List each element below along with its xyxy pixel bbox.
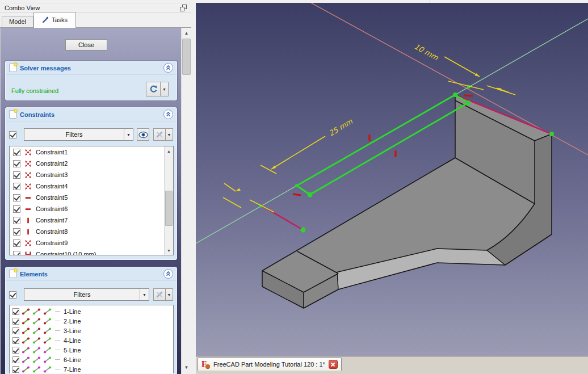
note-icon [9,110,16,119]
constraint-row[interactable]: Constraint1 [10,146,173,158]
constraints-show-checkbox[interactable] [9,131,16,138]
coincident-constraint-icon [24,149,32,156]
document-tab-title: FreeCAD Part Modeling Tutorial 120 : 1* [213,361,325,368]
solver-messages-group: Solver messages Fully constrained ▼ [5,61,177,100]
3d-viewport[interactable]: 10 mm 25 mm F FreeCAD Part Modeling Tuto… [196,0,588,374]
line-startpoint-icon [32,356,41,363]
constraint-row[interactable]: Constraint5 [10,192,173,203]
constraint-row[interactable]: Constraint10 (10 mm) [10,249,173,255]
elements-group: Elements Filters ▼ ▼ 1-Line 2-Line [5,267,177,374]
constraint-row[interactable]: Constraint2 [10,158,173,169]
line-endpoint-icon [43,327,52,334]
refresh-dropdown-button[interactable]: ▼ [161,82,169,96]
constraint-row[interactable]: Constraint8 [10,226,173,237]
element-row[interactable]: 6-Line [10,355,173,364]
close-task-button[interactable]: Close [65,39,107,51]
eye-icon [138,131,148,138]
collapse-chevron-icon[interactable] [163,110,173,119]
constraint-row[interactable]: Constraint7 [10,215,173,226]
line-endpoint-icon [43,356,52,363]
refresh-icon [149,85,158,94]
coincident-constraint-icon [24,171,32,179]
solver-messages-header: Solver messages [6,61,177,75]
line-edge-icon [22,356,30,363]
wrench-icon [156,131,163,138]
collapse-chevron-icon[interactable] [163,269,173,279]
element-settings-dropdown[interactable]: ▼ [166,288,173,301]
scroll-up-icon[interactable]: ▲ [182,28,191,38]
horizontal-constraint-icon [24,194,32,201]
element-row[interactable]: 3-Line [10,326,173,335]
line-edge-icon [22,347,30,354]
float-panel-icon[interactable] [180,5,187,11]
note-icon [9,270,16,278]
scroll-down-icon[interactable]: ▼ [165,246,173,255]
solver-messages-title: Solver messages [20,65,160,72]
constraints-group: Constraints Filters ▼ ▼ [5,107,177,260]
element-row[interactable]: 1-Line [10,306,173,316]
freecad-icon: F [201,360,210,369]
elements-show-checkbox[interactable] [9,291,16,299]
3d-scene[interactable]: 10 mm 25 mm [196,3,588,356]
element-row[interactable]: 4-Line [10,335,173,345]
elements-title: Elements [20,271,160,278]
panel-tabbar: Model Tasks [0,13,191,28]
scroll-up-icon[interactable]: ▲ [165,146,173,156]
line-endpoint-icon [43,318,52,325]
constraints-list: Constraint1 Constraint2 Constraint3 Cons… [9,146,174,255]
tab-tasks[interactable]: Tasks [33,12,76,28]
line-startpoint-icon [32,308,41,315]
panel-titlebar: Combo View [0,3,191,13]
collapse-chevron-icon[interactable] [163,63,173,73]
scroll-down-icon[interactable]: ▼ [182,363,191,372]
line-startpoint-icon [32,327,41,334]
distance-constraint-icon [24,251,32,256]
element-row[interactable]: 2-Line [10,316,173,326]
coincident-constraint-icon [24,239,32,247]
elements-header: Elements [6,267,177,281]
elements-controls: Filters ▼ ▼ [9,288,173,301]
line-endpoint-icon [43,366,52,373]
tab-tasks-label: Tasks [52,16,68,23]
line-startpoint-icon [32,337,41,344]
line-edge-icon [22,366,30,373]
constraint-row[interactable]: Constraint3 [10,169,173,180]
element-row[interactable]: 5-Line [10,345,173,355]
elements-filter-combo[interactable]: Filters ▼ [24,288,149,301]
constraints-title: Constraints [20,111,160,118]
line-edge-icon [22,337,30,344]
tab-model[interactable]: Model [2,16,33,27]
constraint-settings-dropdown[interactable]: ▼ [166,128,173,141]
vertical-constraint-icon [24,228,32,236]
line-edge-icon [22,327,30,334]
panel-scrollbar[interactable]: ▲ ▼ [181,28,191,374]
constraints-list-scrollbar[interactable]: ▲ ▼ [164,146,173,255]
line-endpoint-icon [43,347,52,354]
constraint-settings-button[interactable] [153,128,166,141]
panel-splitter[interactable] [191,0,196,374]
scrollbar-thumb[interactable] [165,191,173,226]
vertical-constraint-icon [24,217,32,224]
line-endpoint-icon [43,308,52,315]
wrench-icon [156,291,163,299]
document-tabbar: F FreeCAD Part Modeling Tutorial 120 : 1… [196,356,588,374]
close-document-icon[interactable] [329,360,338,369]
constraint-row[interactable]: Constraint4 [10,180,173,192]
element-row[interactable]: 7-Line [10,364,173,374]
solver-status-text: Fully constrained [11,87,58,94]
refresh-button[interactable] [146,82,161,96]
note-icon [9,64,16,72]
constraints-filter-combo[interactable]: Filters ▼ [24,128,133,141]
constraint-row[interactable]: Constraint9 [10,237,173,249]
line-startpoint-icon [32,366,41,373]
constraint-row[interactable]: Constraint6 [10,203,173,215]
tasks-panel-body: Close Solver messages Fully constrained … [0,28,181,374]
scrollbar-thumb[interactable] [182,39,191,75]
show-hide-eye-button[interactable] [137,128,149,141]
element-settings-button[interactable] [153,288,166,301]
horizontal-constraint-icon [24,205,32,213]
document-tab[interactable]: F FreeCAD Part Modeling Tutorial 120 : 1… [198,358,342,371]
pencil-icon [41,15,49,24]
coincident-constraint-icon [24,160,32,167]
constraints-header: Constraints [6,108,177,121]
